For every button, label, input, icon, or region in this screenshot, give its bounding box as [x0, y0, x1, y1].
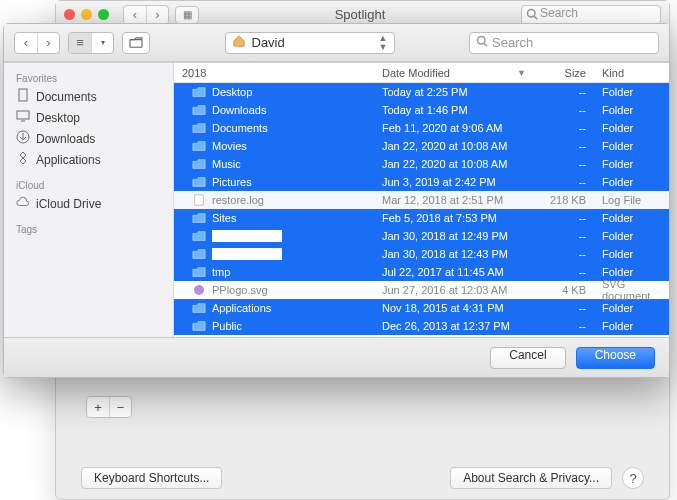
group-by: [122, 32, 150, 54]
file-kind: Folder: [594, 248, 669, 260]
file-date: Feb 11, 2020 at 9:06 AM: [374, 122, 534, 134]
file-row[interactable]: DesktopToday at 2:25 PM--Folder: [174, 83, 669, 101]
file-area: 2018 Date Modified▼ Size Kind DesktopTod…: [174, 63, 669, 337]
file-kind: Folder: [594, 320, 669, 332]
file-date: Jan 30, 2018 at 12:43 PM: [374, 248, 534, 260]
prefs-nav: ‹ ›: [123, 5, 169, 25]
file-kind: Folder: [594, 302, 669, 314]
dialog-search-placeholder: Search: [492, 35, 533, 50]
sidebar-item-downloads[interactable]: Downloads: [4, 128, 173, 149]
choose-button[interactable]: Choose: [576, 347, 655, 369]
dialog-search[interactable]: Search: [469, 32, 659, 54]
dropdown-icon[interactable]: ▾: [91, 33, 113, 53]
file-row[interactable]: MusicJan 22, 2020 at 10:08 AM--Folder: [174, 155, 669, 173]
sort-desc-icon: ▼: [517, 68, 526, 78]
svg-rect-9: [195, 195, 204, 205]
file-row[interactable]: Jan 30, 2018 at 12:43 PM--Folder: [174, 245, 669, 263]
file-row[interactable]: PPlogo.svgJun 27, 2016 at 12:03 AM4 KBSV…: [174, 281, 669, 299]
back-icon[interactable]: ‹: [124, 6, 146, 24]
minimize-icon[interactable]: [81, 9, 92, 20]
file-name: Sites: [212, 212, 236, 224]
dialog-footer: Cancel Choose: [4, 337, 669, 377]
file-row[interactable]: DocumentsFeb 11, 2020 at 9:06 AM--Folder: [174, 119, 669, 137]
file-row[interactable]: PicturesJun 3, 2019 at 2:42 PM--Folder: [174, 173, 669, 191]
app-icon: [16, 151, 30, 168]
remove-button[interactable]: −: [109, 397, 131, 417]
file-kind: Folder: [594, 176, 669, 188]
file-size: --: [534, 320, 594, 332]
file-date: Feb 5, 2018 at 7:53 PM: [374, 212, 534, 224]
help-button[interactable]: ?: [622, 467, 644, 489]
sidebar-item-label: iCloud Drive: [36, 197, 101, 211]
file-row[interactable]: restore.logMar 12, 2018 at 2:51 PM218 KB…: [174, 191, 669, 209]
file-name: Downloads: [212, 104, 266, 116]
file-date: Dec 26, 2013 at 12:37 PM: [374, 320, 534, 332]
keyboard-shortcuts-button[interactable]: Keyboard Shortcuts...: [81, 467, 222, 489]
prefs-search[interactable]: Search: [521, 5, 661, 25]
file-row[interactable]: Jan 30, 2018 at 12:49 PM--Folder: [174, 227, 669, 245]
close-icon[interactable]: [64, 9, 75, 20]
dialog-toolbar: ‹ › ≡ ▾ David ▲▼ Search: [4, 24, 669, 62]
file-kind: SVG document: [594, 278, 669, 302]
file-date: Mar 12, 2018 at 2:51 PM: [374, 194, 534, 206]
svg-line-4: [484, 43, 487, 46]
file-date: Jul 22, 2017 at 11:45 AM: [374, 266, 534, 278]
cancel-button[interactable]: Cancel: [490, 347, 565, 369]
file-kind: Log File: [594, 194, 669, 206]
file-rows: DesktopToday at 2:25 PM--FolderDownloads…: [174, 83, 669, 337]
prefs-title: Spotlight: [205, 7, 515, 22]
file-row[interactable]: SitesFeb 5, 2018 at 7:53 PM--Folder: [174, 209, 669, 227]
svg-point-10: [194, 285, 204, 295]
file-date: Jan 22, 2020 at 10:08 AM: [374, 158, 534, 170]
file-kind: Folder: [594, 86, 669, 98]
sidebar-item-icloud-drive[interactable]: iCloud Drive: [4, 193, 173, 214]
forward-icon[interactable]: ›: [37, 33, 59, 53]
file-name: Music: [212, 158, 241, 170]
file-size: --: [534, 230, 594, 242]
file-date: Jun 27, 2016 at 12:03 AM: [374, 284, 534, 296]
file-chooser-dialog: ‹ › ≡ ▾ David ▲▼ Search Favorite: [3, 23, 670, 378]
file-row[interactable]: PublicDec 26, 2013 at 12:37 PM--Folder: [174, 317, 669, 335]
file-size: --: [534, 140, 594, 152]
prefs-bottom-bar: Keyboard Shortcuts... About Search & Pri…: [56, 467, 669, 489]
file-name: restore.log: [212, 194, 264, 206]
file-kind: Folder: [594, 140, 669, 152]
sidebar-item-label: Documents: [36, 90, 97, 104]
sidebar-item-documents[interactable]: Documents: [4, 86, 173, 107]
file-date: Nov 18, 2015 at 4:31 PM: [374, 302, 534, 314]
sidebar-item-applications[interactable]: Applications: [4, 149, 173, 170]
file-size: 218 KB: [534, 194, 594, 206]
list-view-icon[interactable]: ≡: [69, 33, 91, 53]
file-kind: Folder: [594, 266, 669, 278]
file-name: Applications: [212, 302, 271, 314]
sidebar-item-desktop[interactable]: Desktop: [4, 107, 173, 128]
file-date: Today at 1:46 PM: [374, 104, 534, 116]
file-name: PPlogo.svg: [212, 284, 268, 296]
down-icon: [16, 130, 30, 147]
file-row[interactable]: ApplicationsNov 18, 2015 at 4:31 PM--Fol…: [174, 299, 669, 317]
file-kind: Folder: [594, 122, 669, 134]
sidebar-icloud-header: iCloud: [4, 176, 173, 193]
svg-rect-5: [19, 89, 27, 101]
file-date: Today at 2:25 PM: [374, 86, 534, 98]
show-all-icon[interactable]: ▦: [175, 6, 199, 24]
sidebar-tags-header: Tags: [4, 220, 173, 237]
add-button[interactable]: +: [87, 397, 109, 417]
file-row[interactable]: MoviesJan 22, 2020 at 10:08 AM--Folder: [174, 137, 669, 155]
file-size: --: [534, 176, 594, 188]
file-row[interactable]: DownloadsToday at 1:46 PM--Folder: [174, 101, 669, 119]
group-icon[interactable]: [123, 33, 149, 53]
col-date[interactable]: Date Modified▼: [374, 67, 534, 79]
add-remove-segment: + −: [86, 396, 132, 418]
back-icon[interactable]: ‹: [15, 33, 37, 53]
forward-icon[interactable]: ›: [146, 6, 168, 24]
about-privacy-button[interactable]: About Search & Privacy...: [450, 467, 612, 489]
col-kind[interactable]: Kind: [594, 67, 669, 79]
col-name[interactable]: 2018: [174, 67, 374, 79]
path-popup[interactable]: David ▲▼: [225, 32, 395, 54]
chevron-updown-icon: ▲▼: [379, 34, 388, 52]
path-label: David: [252, 35, 285, 50]
file-size: --: [534, 266, 594, 278]
zoom-icon[interactable]: [98, 9, 109, 20]
col-size[interactable]: Size: [534, 67, 594, 79]
